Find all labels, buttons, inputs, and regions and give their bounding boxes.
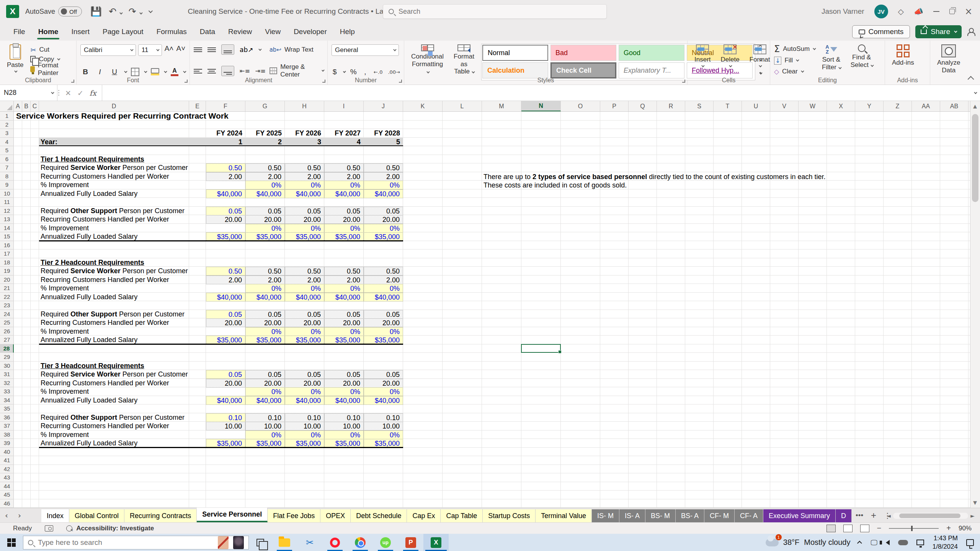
row-label[interactable]: Annualized Fully Loaded Salary — [39, 396, 206, 405]
column-header-D[interactable]: D — [39, 101, 189, 111]
row-header-32[interactable]: 32 — [0, 379, 14, 388]
row-header-42[interactable]: 42 — [0, 465, 14, 474]
row-label[interactable]: Recurring Customers Handled per Worker — [39, 318, 206, 327]
row-label[interactable]: % Improvement — [39, 181, 206, 189]
save-icon[interactable]: 💾 — [90, 6, 102, 17]
row-header-21[interactable]: 21 — [0, 284, 14, 293]
cell[interactable]: 20.00 — [364, 215, 403, 224]
meet-now-icon[interactable]: 🖵 — [871, 538, 877, 547]
zoom-slider-thumb[interactable] — [911, 526, 913, 531]
scroll-up-icon[interactable]: ▲ — [973, 103, 977, 109]
column-header-T[interactable]: T — [714, 101, 742, 111]
year-number[interactable]: 2 — [245, 138, 285, 147]
comma-format-icon[interactable]: , — [362, 68, 368, 76]
increase-decimal-icon[interactable]: ←.0 — [374, 69, 382, 75]
share-button[interactable]: Share — [915, 25, 962, 38]
row-label[interactable]: Required Other Support Person per Custom… — [39, 413, 206, 422]
column-header-H[interactable]: H — [285, 101, 324, 111]
cell[interactable]: 0% — [245, 181, 285, 189]
dialog-launcher-icon[interactable] — [682, 80, 685, 83]
cell-style-calculation[interactable]: Calculation — [482, 62, 548, 78]
row-header-24[interactable]: 24 — [0, 310, 14, 319]
ribbon-tab-developer[interactable]: Developer — [287, 23, 333, 41]
cell[interactable]: 20.00 — [324, 318, 364, 327]
cell[interactable]: 0% — [285, 224, 324, 233]
year-number[interactable]: 5 — [364, 138, 403, 147]
autosave-toggle[interactable]: AutoSave Off — [25, 7, 82, 16]
cell[interactable]: $40,000 — [245, 189, 285, 198]
page-break-view-button[interactable] — [860, 525, 869, 532]
sheet-tab-debt-schedule[interactable]: Debt Schedule — [351, 509, 407, 522]
cell[interactable]: 20.00 — [245, 318, 285, 327]
taskbar-clock[interactable]: 1:43 PM 1/8/2024 — [933, 534, 958, 551]
borders-icon[interactable] — [131, 68, 139, 76]
increase-font-icon[interactable]: A˄ — [164, 44, 174, 56]
row-header-19[interactable]: 19 — [0, 267, 14, 276]
sheet-tab-cap-table[interactable]: Cap Table — [441, 509, 483, 522]
cell[interactable]: 2.00 — [245, 276, 285, 284]
redo-icon[interactable]: ↷ — [129, 6, 142, 17]
underline-button[interactable]: U — [109, 68, 119, 76]
align-center-icon[interactable] — [207, 69, 216, 73]
row-header-36[interactable]: 36 — [0, 413, 14, 422]
cell[interactable]: 0% — [364, 430, 403, 439]
row-label[interactable]: % Improvement — [39, 430, 206, 439]
row-header-14[interactable]: 14 — [0, 224, 14, 233]
cell[interactable]: 0% — [245, 430, 285, 439]
clear-button[interactable]: ◇Clear — [774, 67, 815, 77]
row-header-44[interactable]: 44 — [0, 482, 14, 491]
row-header-33[interactable]: 33 — [0, 387, 14, 396]
cell[interactable]: 20.00 — [206, 379, 245, 388]
cell[interactable]: 0% — [364, 327, 403, 336]
expand-formula-bar-icon[interactable] — [974, 91, 977, 94]
taskbar-app-chrome[interactable] — [348, 534, 373, 551]
cell[interactable]: 0.10 — [285, 413, 324, 422]
weather-widget[interactable]: 1 38°F Mostly cloudy — [766, 538, 851, 547]
cell[interactable]: 2.00 — [285, 172, 324, 181]
row-header-25[interactable]: 25 — [0, 318, 14, 327]
row-header-45[interactable]: 45 — [0, 491, 14, 499]
cell[interactable]: 20.00 — [206, 318, 245, 327]
cell[interactable]: 2.00 — [324, 276, 364, 284]
search-box[interactable] — [383, 4, 607, 19]
cell[interactable]: 0.05 — [245, 370, 285, 379]
merge-center-button[interactable]: Merge & Center — [270, 65, 323, 76]
search-box-thumbnail-1[interactable] — [218, 536, 229, 549]
cell[interactable]: 0.10 — [206, 413, 245, 422]
ribbon-tab-page-layout[interactable]: Page Layout — [96, 23, 150, 41]
cell[interactable]: 20.00 — [285, 318, 324, 327]
number-format-select[interactable]: General — [332, 44, 399, 56]
sheet-tab-executive-summary[interactable]: Executive Summary — [763, 509, 836, 522]
row-header-4[interactable]: 4 — [0, 138, 14, 147]
row-label[interactable]: Required Service Worker Person per Custo… — [39, 370, 206, 379]
decrease-font-icon[interactable]: A˅ — [176, 44, 186, 56]
cell[interactable]: 0.05 — [245, 310, 285, 319]
cell[interactable]: $40,000 — [324, 396, 364, 405]
taskbar-app-opera[interactable] — [322, 534, 348, 551]
cell[interactable]: 0.05 — [324, 370, 364, 379]
zoom-out-icon[interactable]: − — [877, 524, 882, 533]
presence-person-icon[interactable] — [967, 28, 975, 36]
cell[interactable]: 0.05 — [245, 207, 285, 215]
cell[interactable]: 10.00 — [364, 422, 403, 430]
excel-app-icon[interactable]: X — [6, 5, 19, 18]
ribbon-tab-data[interactable]: Data — [193, 23, 222, 41]
cell[interactable]: 0% — [245, 224, 285, 233]
cell[interactable]: 20.00 — [364, 379, 403, 388]
row-header-22[interactable]: 22 — [0, 293, 14, 302]
sheet-tab-flat-fee-jobs[interactable]: Flat Fee Jobs — [268, 509, 320, 522]
cell[interactable]: $40,000 — [364, 293, 403, 302]
row-header-13[interactable]: 13 — [0, 215, 14, 224]
cell[interactable]: 2.00 — [285, 276, 324, 284]
column-header-AA[interactable]: AA — [912, 101, 940, 111]
row-label[interactable]: % Improvement — [39, 284, 206, 293]
row-header-41[interactable]: 41 — [0, 456, 14, 465]
italic-button[interactable]: I — [95, 68, 105, 76]
row-header-12[interactable]: 12 — [0, 207, 14, 215]
comments-button[interactable]: Comments — [852, 25, 910, 38]
dialog-launcher-icon[interactable] — [399, 80, 402, 83]
cell[interactable]: 0% — [245, 284, 285, 293]
cell-style-bad[interactable]: Bad — [550, 45, 616, 61]
row-header-10[interactable]: 10 — [0, 189, 14, 198]
row-header-30[interactable]: 30 — [0, 362, 14, 370]
